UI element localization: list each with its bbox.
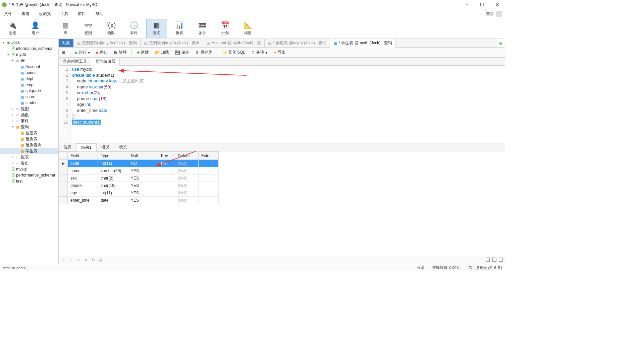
login-area[interactable]: 登录 (486, 11, 502, 17)
tree-dept[interactable]: ▦dept (0, 76, 58, 82)
cell[interactable]: char(18) (98, 182, 128, 189)
tool-计划[interactable]: 📅计划 (215, 19, 235, 38)
cell[interactable]: varchar(50) (98, 167, 128, 175)
tool-查询[interactable]: ▦查询 (146, 19, 167, 38)
tree-范例表[interactable]: ▦范例表 (0, 136, 58, 142)
col-Key[interactable]: Key (158, 152, 175, 160)
restab-信息[interactable]: 信息 (59, 143, 76, 151)
cell[interactable]: NO (128, 160, 158, 167)
menu-帮助[interactable]: 帮助 (94, 10, 105, 17)
export-button[interactable]: ➦导出 (272, 49, 287, 56)
saveas-button[interactable]: 🗎另存为 (194, 49, 214, 56)
doctab[interactable]: ▦范例表 @mydb (Jock) - 查询 (141, 39, 204, 47)
cell[interactable] (199, 189, 219, 197)
cell[interactable]: enter_time (68, 197, 98, 204)
tree-salgrade[interactable]: ▦salgrade (0, 88, 58, 94)
cell[interactable]: YES (128, 167, 158, 175)
cell[interactable] (158, 189, 175, 197)
tree-范例查询[interactable]: ▦范例查询 (0, 142, 58, 148)
gridbar-btn[interactable]: ✓ (77, 257, 81, 263)
tool-备份[interactable]: 📼备份 (192, 19, 213, 38)
twisty-icon[interactable]: ▾ (11, 125, 15, 129)
cell[interactable]: YES (128, 175, 158, 182)
menu-窗口[interactable]: 窗口 (76, 10, 87, 17)
explain-button[interactable]: 🗎解释 (112, 49, 128, 56)
query-builder-tab[interactable]: 查询创建工具 (59, 58, 91, 65)
cell[interactable]: (Null) (175, 189, 199, 197)
tool-视图[interactable]: 👓视图 (78, 19, 99, 38)
stop-button[interactable]: ■停止 (95, 49, 109, 56)
menu-收藏夹[interactable]: 收藏夹 (38, 10, 52, 17)
tool-事件[interactable]: 🕒事件 (123, 19, 144, 38)
doctab[interactable]: ▦* 创建表 @mydb (Jock) - 查询 (265, 39, 330, 47)
twisty-icon[interactable]: › (11, 107, 15, 111)
tree-创建表[interactable]: ▦创建表 (0, 130, 58, 136)
twisty-icon[interactable]: › (6, 47, 10, 50)
tree-表[interactable]: ▾▭表 (0, 58, 58, 64)
tool-报表[interactable]: 📊报表 (169, 19, 190, 38)
tree-emp[interactable]: ▦emp (0, 82, 58, 88)
save-button[interactable]: 💾保存 (174, 49, 191, 56)
cell[interactable]: int(11) (98, 189, 128, 197)
restab-概况[interactable]: 概况 (97, 143, 114, 151)
doctab[interactable]: ▦* 学生表 @mydb (Jock) - 查询 (330, 39, 396, 48)
tree-Account[interactable]: ▦Account (0, 64, 58, 70)
twisty-icon[interactable]: › (6, 174, 10, 177)
cell[interactable] (199, 175, 219, 182)
tool-连接[interactable]: 🔌连接 (2, 19, 23, 38)
objects-tab[interactable]: 对象 (59, 39, 73, 47)
col-Extra[interactable]: Extra (199, 152, 219, 160)
cell[interactable]: age (68, 189, 98, 197)
cell[interactable]: sex (68, 175, 98, 182)
tool-用户[interactable]: 👤用户 (25, 19, 46, 38)
tree-student[interactable]: ▦student (0, 100, 58, 106)
tree-score[interactable]: ▦score (0, 94, 58, 100)
load-button[interactable]: 📂加载 (154, 49, 170, 56)
tree-information_schema[interactable]: ›🗄information_schema (0, 46, 58, 52)
cell[interactable] (158, 167, 175, 175)
cell[interactable]: (Null) (175, 160, 199, 167)
beautify-button[interactable]: ✨美化 SQL (221, 49, 247, 56)
tree-performance_schema[interactable]: ›🗄performance_schema (0, 172, 58, 178)
query-editor-tab[interactable]: 查询编辑器 (91, 58, 120, 66)
twisty-icon[interactable]: ▾ (6, 53, 10, 56)
twisty-icon[interactable]: ▾ (11, 59, 15, 62)
gridbar-btn[interactable]: ＋ (61, 257, 65, 263)
new-tab-button[interactable]: ⊕ (496, 39, 505, 47)
cell[interactable] (199, 197, 219, 204)
new-button[interactable]: ✚新建 (135, 49, 150, 56)
cell[interactable] (158, 182, 175, 189)
twisty-icon[interactable]: › (11, 113, 15, 117)
col-Null[interactable]: Null (128, 152, 158, 160)
cell[interactable]: (Null) (175, 175, 199, 182)
sql-editor[interactable]: 12345678910 use mydb;create table studen… (59, 66, 505, 143)
restab-状态[interactable]: 状态 (114, 143, 132, 151)
object-tree[interactable]: ▾◉Jock›🗄information_schema▾🗄mydb▾▭表▦Acco… (0, 39, 59, 264)
gridbar-btn[interactable]: ↻ (92, 257, 96, 263)
cell[interactable] (199, 167, 219, 175)
cell[interactable]: YES (128, 182, 158, 189)
tool-模型[interactable]: 📐模型 (237, 19, 258, 38)
gridbar-btn[interactable]: ⊘ (99, 257, 103, 263)
tree-Jock[interactable]: ▾◉Jock (0, 40, 58, 46)
tree-报表[interactable]: ›▭报表 (0, 154, 58, 160)
doctab[interactable]: ▦Account @mydb (Jock) - 表 (203, 39, 265, 47)
tree-事件[interactable]: ›▭事件 (0, 118, 58, 124)
tree-查询[interactable]: ▾▦查询 (0, 124, 58, 130)
cell[interactable]: char(2) (98, 175, 128, 182)
run-button[interactable]: ▶运行 ▾ (73, 49, 91, 56)
cell[interactable]: (Null) (175, 197, 199, 204)
menu-查看[interactable]: 查看 (20, 10, 31, 17)
tool-表[interactable]: ▦表 (55, 19, 76, 38)
cell[interactable]: phone (68, 182, 98, 189)
form-view-icon[interactable] (492, 258, 496, 262)
close-button[interactable]: ✕ (490, 0, 505, 9)
twisty-icon[interactable]: › (11, 161, 15, 165)
col-Type[interactable]: Type (98, 152, 128, 160)
cell[interactable]: code (68, 160, 98, 167)
doctab[interactable]: ▦范例查询 @mydb (Jock) - 查询 (73, 39, 141, 47)
twisty-icon[interactable]: ▾ (1, 41, 5, 44)
cell[interactable]: YES (128, 189, 158, 197)
col-Default[interactable]: Default (175, 152, 199, 160)
cell[interactable]: (Null) (175, 167, 199, 175)
